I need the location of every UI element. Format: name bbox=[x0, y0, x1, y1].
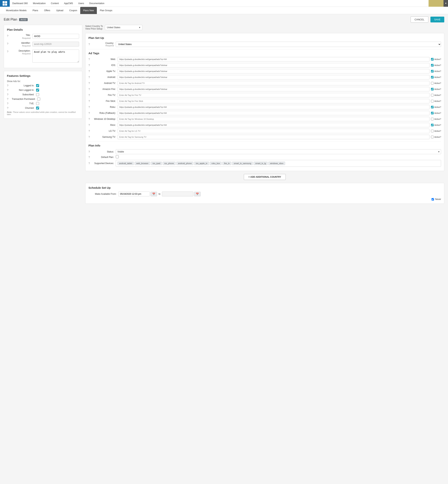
country-dropdown[interactable]: United States ▾ bbox=[105, 25, 142, 30]
ad-tag-help-icon[interactable]: ? bbox=[88, 106, 92, 109]
ad-tag-input[interactable] bbox=[118, 93, 430, 97]
status-help-icon[interactable]: ? bbox=[88, 150, 92, 153]
ad-tag-input[interactable] bbox=[118, 99, 430, 103]
ad-tag-help-icon[interactable]: ? bbox=[88, 100, 92, 103]
ad-tag-active-checkbox[interactable] bbox=[431, 82, 434, 85]
ad-tag-active-container: Active? bbox=[431, 130, 441, 132]
ad-tag-input[interactable] bbox=[118, 63, 430, 67]
ad-tag-input[interactable] bbox=[118, 69, 430, 73]
ad-tag-help-icon[interactable]: ? bbox=[88, 82, 92, 85]
ad-tag-help-icon[interactable]: ? bbox=[88, 76, 92, 79]
tab-coupon[interactable]: Coupon bbox=[66, 7, 80, 14]
description-help-icon[interactable]: ? bbox=[7, 50, 10, 53]
ad-tag-help-icon[interactable]: ? bbox=[88, 94, 92, 97]
default-plan-checkbox[interactable] bbox=[116, 155, 119, 158]
ad-tag-active-checkbox[interactable] bbox=[431, 136, 434, 138]
nav-dashboard[interactable]: Dashboard 360 bbox=[10, 0, 30, 7]
ad-tag-input[interactable] bbox=[118, 75, 430, 79]
checkbox-row: ? Subscribed: bbox=[7, 93, 79, 96]
ad-tag-row: ? Windows 10 Desktop: Active? bbox=[88, 117, 441, 121]
tab-plans-new[interactable]: Plans New bbox=[80, 7, 97, 14]
country-select[interactable]: United States bbox=[116, 42, 441, 47]
ad-tag-input[interactable] bbox=[118, 81, 430, 86]
checkbox-help-icon[interactable]: ? bbox=[7, 89, 10, 92]
ad-tag-input[interactable] bbox=[118, 129, 430, 133]
ad-tag-help-icon[interactable]: ? bbox=[88, 58, 92, 61]
from-calendar-button[interactable]: 📅 bbox=[151, 192, 157, 196]
title-input[interactable] bbox=[32, 34, 79, 39]
default-plan-help-icon[interactable]: ? bbox=[88, 156, 92, 159]
checkbox-help-icon[interactable]: ? bbox=[7, 93, 10, 96]
ad-tag-active-checkbox[interactable] bbox=[431, 118, 434, 120]
tab-plans[interactable]: Plans bbox=[30, 7, 41, 14]
active-label: Active? bbox=[434, 112, 441, 114]
tab-monetization-models[interactable]: Monetization Models bbox=[3, 7, 30, 14]
ad-tag-active-checkbox[interactable] bbox=[431, 124, 434, 126]
title-help-icon[interactable]: ? bbox=[7, 34, 10, 37]
nav-dropdown-arrow[interactable]: ▾ bbox=[443, 0, 448, 7]
status-dropdown[interactable]: Visible ▾ bbox=[116, 149, 441, 154]
active-label: Active? bbox=[434, 82, 441, 84]
ad-tag-help-icon[interactable]: ? bbox=[88, 117, 92, 121]
ad-tag-active-container: Active? bbox=[431, 124, 441, 126]
schedule-from-input[interactable] bbox=[118, 192, 150, 196]
checkbox-help-icon[interactable]: ? bbox=[7, 98, 10, 101]
ad-tag-active-checkbox[interactable] bbox=[431, 100, 434, 102]
nav-documentation[interactable]: Documentation bbox=[87, 0, 107, 7]
description-input[interactable]: Avod plan to play advts bbox=[32, 49, 79, 62]
never-checkbox[interactable] bbox=[432, 198, 434, 201]
ad-tag-input[interactable] bbox=[118, 117, 430, 121]
supported-devices-help-icon[interactable]: ? bbox=[88, 162, 92, 165]
device-tag: windows_xbox bbox=[268, 162, 285, 165]
checkbox-label: TVE: bbox=[12, 102, 36, 105]
cancel-button[interactable]: CANCEL bbox=[411, 16, 428, 23]
checkbox-input[interactable] bbox=[36, 89, 39, 92]
ad-tag-active-checkbox[interactable] bbox=[431, 112, 434, 114]
ad-tag-input[interactable] bbox=[118, 57, 430, 62]
features-settings-card: Features Settings Show Ads for: ? Logged… bbox=[4, 71, 82, 119]
ad-tag-help-icon[interactable]: ? bbox=[88, 70, 92, 73]
ad-tag-input[interactable] bbox=[118, 111, 430, 115]
checkbox-help-icon[interactable]: ? bbox=[7, 107, 10, 109]
checkbox-help-icon[interactable]: ? bbox=[7, 84, 10, 87]
schedule-to-input[interactable] bbox=[162, 192, 193, 196]
ad-tag-help-icon[interactable]: ? bbox=[88, 64, 92, 67]
ad-tag-active-checkbox[interactable] bbox=[431, 130, 434, 132]
ad-tag-label: Roku (Fallback): bbox=[93, 112, 118, 114]
ad-tag-help-icon[interactable]: ? bbox=[88, 88, 92, 91]
ad-tag-active-checkbox[interactable] bbox=[431, 70, 434, 72]
ad-tag-help-icon[interactable]: ? bbox=[88, 135, 92, 139]
ad-tag-active-checkbox[interactable] bbox=[431, 76, 434, 78]
nav-monetization[interactable]: Monetization bbox=[30, 0, 48, 7]
ad-tag-input[interactable] bbox=[118, 123, 430, 127]
ad-tag-active-checkbox[interactable] bbox=[431, 106, 434, 108]
country-help-icon[interactable]: ? bbox=[88, 43, 92, 46]
to-calendar-button[interactable]: 📅 bbox=[194, 192, 201, 196]
supported-devices-label: Supported Devices: bbox=[93, 162, 116, 165]
save-button[interactable]: SAVE bbox=[430, 17, 444, 23]
nav-users[interactable]: Users bbox=[76, 0, 87, 7]
checkbox-input[interactable] bbox=[36, 102, 39, 105]
ad-tag-active-checkbox[interactable] bbox=[431, 64, 434, 67]
checkbox-input[interactable] bbox=[37, 98, 40, 101]
tab-plan-groups[interactable]: Plan Groups bbox=[97, 7, 115, 14]
checkbox-input[interactable] bbox=[36, 84, 39, 87]
ad-tag-active-checkbox[interactable] bbox=[431, 58, 434, 61]
ad-tag-input[interactable] bbox=[118, 135, 430, 139]
ad-tag-active-checkbox[interactable] bbox=[431, 88, 434, 90]
checkbox-input[interactable] bbox=[36, 107, 39, 109]
nav-appcms[interactable]: AppCMS bbox=[61, 0, 76, 7]
tab-upload[interactable]: Upload bbox=[53, 7, 66, 14]
identifier-help-icon[interactable]: ? bbox=[7, 42, 10, 45]
ad-tag-input[interactable] bbox=[118, 87, 430, 91]
ad-tag-input[interactable] bbox=[118, 105, 430, 109]
checkbox-help-icon[interactable]: ? bbox=[7, 102, 10, 105]
nav-content[interactable]: Content bbox=[48, 0, 61, 7]
ad-tag-active-checkbox[interactable] bbox=[431, 94, 434, 96]
ad-tag-help-icon[interactable]: ? bbox=[88, 112, 92, 115]
add-country-button[interactable]: + ADD ADDITIONAL COUNTRY bbox=[244, 174, 286, 180]
tab-offers[interactable]: Offers bbox=[41, 7, 53, 14]
ad-tag-help-icon[interactable]: ? bbox=[88, 124, 92, 126]
ad-tag-help-icon[interactable]: ? bbox=[88, 130, 92, 133]
checkbox-input[interactable] bbox=[36, 93, 39, 96]
